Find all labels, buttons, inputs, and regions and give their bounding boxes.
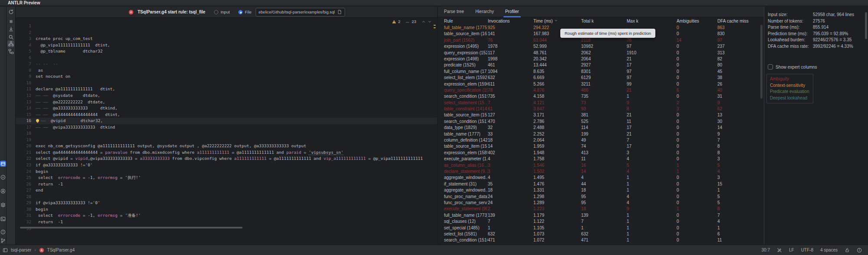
column-header[interactable]: Ambiguities [677, 17, 717, 25]
profiler-row[interactable]: search_condition (1516)4711.0724711011 [438, 237, 764, 243]
line-number[interactable]: 17 [16, 124, 36, 131]
line-number[interactable]: 22 [16, 156, 36, 162]
profiler-row[interactable]: select_statement (15…74.12173929 [438, 100, 764, 106]
line-number[interactable]: 23 [16, 162, 36, 169]
line-number[interactable]: 5 [16, 48, 36, 55]
line-number[interactable]: 3 [16, 36, 36, 42]
next-problem-icon[interactable] [427, 20, 432, 24]
scroll-to-source-icon[interactable] [7, 26, 14, 33]
profiler-row[interactable]: expression_elem (1590)6115.266321199026 [438, 81, 764, 87]
code-line[interactable]: 16—— @vipid dtchar32, [16, 118, 437, 124]
layers-icon[interactable] [0, 202, 6, 208]
line-number[interactable]: 11 [16, 86, 36, 93]
code-line[interactable]: 23if @a333333333333 !='0' [16, 162, 437, 169]
code-line[interactable]: 29if @vipa333333333333 !='0' [16, 200, 437, 206]
code-line[interactable]: 30begin [16, 206, 437, 213]
code-line[interactable]: 10 [16, 80, 437, 86]
tab-profiler[interactable]: Profiler [505, 7, 519, 17]
code-line[interactable]: 3create proc up_com_test [16, 36, 437, 42]
structure-icon[interactable] [7, 40, 14, 47]
column-header[interactable]: Total k [581, 17, 627, 25]
line-number[interactable]: 27 [16, 187, 36, 194]
profiler-row[interactable]: if_statement (31)351.476441015 [438, 181, 764, 187]
encoding-indicator[interactable]: UTF-8 [801, 248, 813, 252]
profiler-row[interactable]: aggregate_windowed…181.33118101 [438, 187, 764, 193]
profiler-row[interactable]: expression (1495)197852.99910982970237 [438, 43, 764, 50]
run-icon[interactable] [0, 175, 6, 180]
code-line[interactable]: 22select @vipid = vipid,@vipa33333333333… [16, 156, 437, 162]
code-line[interactable]: 2 [16, 30, 437, 36]
code-line[interactable]: 21select @a4444444444444444 = paravalue … [16, 149, 437, 156]
code-line[interactable]: 6 [16, 55, 437, 61]
line-number[interactable]: 8 [16, 67, 36, 74]
stop-icon[interactable] [7, 18, 14, 25]
line-number[interactable]: 26 [16, 181, 36, 188]
profiler-row[interactable]: column_definition (1421)182.06449707 [438, 137, 764, 143]
code-line[interactable]: 14—— —— @a333333333333 dtkind, [16, 105, 437, 112]
line-number[interactable]: 2 [16, 30, 36, 36]
line-number[interactable]: 25 [16, 175, 36, 181]
code-line[interactable]: 32 return -1 [16, 219, 437, 225]
code-line[interactable]: 24begin [16, 169, 437, 175]
file-path-field[interactable]: ebelice/Github/tsql-parser/examples/big.… [256, 8, 345, 17]
line-number[interactable]: 14 [16, 105, 36, 112]
error-stripe-mark[interactable] [434, 25, 436, 26]
code-line[interactable]: 13—— —— @a2222222222 dtdate, [16, 99, 437, 106]
profiler-row[interactable]: table_source_item (15…1273.17138121013 [438, 112, 764, 118]
code-line[interactable]: 26 return -1 [16, 181, 437, 188]
tool-window-toggle-icon[interactable] [3, 248, 8, 253]
line-number[interactable]: 10 [16, 80, 36, 86]
inspections-widget[interactable]: 2 23 [392, 19, 432, 24]
file-radio[interactable] [238, 10, 243, 14]
line-number[interactable]: 28 [16, 194, 36, 200]
code-line[interactable]: 15—— —— @a4444444444444444 dtint, [16, 112, 437, 118]
file-radio-label[interactable]: File [245, 10, 251, 14]
profiler-row[interactable]: expression (1498)199820.342206421082 [438, 56, 764, 62]
show-expert-columns-checkbox[interactable] [768, 64, 773, 70]
column-header[interactable]: Rule [444, 17, 488, 25]
caret-position[interactable]: 30:7 [761, 248, 769, 252]
profiler-row[interactable]: query_expression (1527)11748.76120621910… [438, 50, 764, 56]
profiler-row[interactable]: sql_clauses (12)71.1227104 [438, 219, 764, 225]
breadcrumb-project[interactable]: tsql-parser [11, 248, 31, 252]
line-number[interactable]: 7 [16, 61, 36, 67]
code-line[interactable]: 18 [16, 130, 437, 137]
code-line[interactable]: 19 [16, 137, 437, 143]
code-line[interactable]: 7-- -- -- [16, 61, 437, 67]
profiler-row[interactable]: full_column_name (17…10948.635830197045 [438, 69, 764, 75]
antlr-tool-icon[interactable] [0, 189, 6, 194]
column-header[interactable]: Invocations [488, 17, 533, 25]
search-icon[interactable] [7, 34, 14, 41]
code-line[interactable]: 31 select errorcode = -1, errormsg = '准备… [16, 212, 437, 219]
line-number[interactable]: 21 [16, 149, 36, 156]
tab-parse-tree[interactable]: Parse tree [444, 7, 464, 17]
column-header[interactable]: DFA cache miss [717, 17, 764, 25]
line-number[interactable]: 13 [16, 99, 36, 106]
warning-count[interactable]: 2 [398, 19, 400, 24]
line-number[interactable]: 24 [16, 169, 36, 175]
code-line[interactable]: 12—— —— @sysdate dtdate, [16, 93, 437, 99]
profiler-row[interactable]: func_proc_name_serv…241.28995405 [438, 200, 764, 206]
antlr-preview-icon[interactable] [0, 161, 6, 167]
code-line[interactable]: 17—— —— @vipa333333333333 dtkind [16, 124, 437, 131]
code-line[interactable]: 27end [16, 187, 437, 194]
terminal-icon[interactable] [0, 216, 6, 222]
input-radio-label[interactable]: Input [220, 10, 230, 14]
column-header[interactable]: Max k [627, 17, 677, 25]
code-line[interactable]: 4 @p_vipa1111111111111 dtint, [16, 42, 437, 49]
code-line[interactable]: 1 [16, 23, 437, 30]
profiler-row[interactable]: execute_parameter (1…41.75811403 [438, 156, 764, 162]
git-branch-icon[interactable] [0, 238, 6, 243]
profiler-row[interactable]: table_name (1777)332.2521992109 [438, 131, 764, 137]
code-line[interactable]: 11declare @a1111111111111 dtint, [16, 86, 437, 93]
line-number[interactable]: 32 [16, 219, 36, 225]
profiler-row[interactable]: table_source_item (15…141.959741708 [438, 143, 764, 149]
profiler-row[interactable]: predicate (1525)46113.444292717080 [438, 62, 764, 68]
table-scrollbar[interactable] [760, 25, 763, 99]
profiler-row[interactable]: search_condition (1519)7354.1587351031 [438, 93, 764, 99]
profiler-row[interactable]: execute_statement (90…21.22318918 [438, 206, 764, 212]
line-number[interactable]: 15 [16, 112, 36, 118]
intention-bulb-icon[interactable] [36, 119, 39, 122]
error-stripe-mark[interactable] [434, 27, 436, 28]
line-number[interactable]: 20 [16, 143, 36, 149]
